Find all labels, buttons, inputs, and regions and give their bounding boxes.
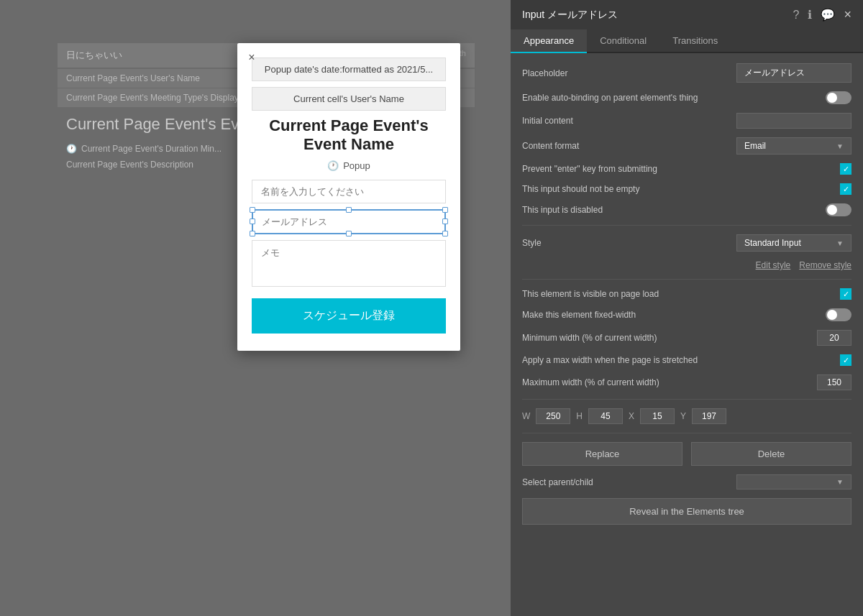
popup-email-input-container [252, 209, 446, 234]
divider-3 [522, 399, 851, 400]
apply-max-width-checkbox[interactable]: ✓ [840, 354, 851, 366]
clock-icon: 🕐 [66, 144, 77, 154]
prevent-enter-row: Prevent "enter" key from submitting ✓ [522, 163, 851, 175]
initial-content-label: Initial content [522, 116, 736, 126]
resize-handle-tc[interactable] [346, 207, 352, 213]
min-width-row: Minimum width (% of current width) 20 [522, 330, 851, 346]
y-input[interactable]: 197 [692, 408, 726, 424]
tab-transitions[interactable]: Transitions [659, 29, 731, 52]
auto-binding-label: Enable auto-binding on parent element's … [522, 93, 826, 103]
min-width-input[interactable]: 20 [817, 330, 851, 346]
visible-check: ✓ [843, 290, 849, 299]
popup-submit-button[interactable]: スケジュール登録 [252, 298, 446, 334]
not-empty-check: ✓ [843, 185, 849, 194]
initial-content-row: Initial content [522, 113, 851, 129]
style-row: Style Standard Input ▼ [522, 234, 851, 252]
y-label: Y [680, 411, 686, 421]
not-empty-checkbox[interactable]: ✓ [840, 183, 851, 195]
resize-handle-tl[interactable] [250, 207, 255, 213]
remove-style-link[interactable]: Remove style [799, 260, 851, 270]
auto-binding-toggle[interactable] [826, 91, 851, 104]
popup-modal: × Popup date's date:formatted as 2021/5.… [237, 43, 460, 351]
divider-2 [522, 279, 851, 280]
style-arrow: ▼ [836, 239, 844, 247]
popup-date-button[interactable]: Popup date's date:formatted as 2021/5... [252, 58, 446, 81]
replace-button[interactable]: Replace [522, 442, 682, 466]
style-label: Style [522, 238, 736, 248]
initial-content-value[interactable] [736, 113, 851, 129]
action-buttons: Replace Delete [522, 442, 851, 466]
fixed-width-row: Make this element fixed-width [522, 308, 851, 321]
apply-max-width-row: Apply a max width when the page is stret… [522, 354, 851, 366]
popup-name-input[interactable] [252, 180, 446, 203]
popup-event-title: Current Page Event's Event Name [252, 116, 446, 155]
resize-handle-tr[interactable] [442, 207, 448, 213]
popup-username-button[interactable]: Current cell's User's Name [252, 87, 446, 111]
dimensions-row: W 250 H 45 X 15 Y 197 [522, 408, 851, 424]
disabled-row: This input is disabled [522, 203, 851, 216]
popup-close-button[interactable]: × [243, 49, 260, 66]
content-format-arrow: ▼ [836, 142, 844, 150]
style-links-row: Edit style Remove style [522, 260, 851, 270]
tab-conditional[interactable]: Conditional [587, 29, 659, 52]
placeholder-row: Placeholder メールアドレス [522, 63, 851, 83]
resize-handle-br[interactable] [442, 231, 448, 236]
panel-close-icon[interactable]: × [844, 7, 851, 22]
apply-max-width-check: ✓ [843, 356, 849, 365]
parent-child-dropdown[interactable]: ▼ [736, 474, 851, 489]
min-width-label: Minimum width (% of current width) [522, 333, 817, 343]
visible-label: This element is visible on page load [522, 289, 840, 299]
fixed-width-toggle[interactable] [826, 308, 851, 321]
popup-memo-textarea[interactable] [252, 240, 446, 287]
disabled-toggle[interactable] [826, 203, 851, 216]
placeholder-value[interactable]: メールアドレス [736, 63, 851, 83]
info-icon[interactable]: ℹ [808, 8, 812, 22]
placeholder-label: Placeholder [522, 68, 736, 78]
w-label: W [522, 411, 530, 421]
prevent-enter-check: ✓ [843, 165, 849, 174]
panel-body: Placeholder メールアドレス Enable auto-binding … [511, 53, 863, 538]
parent-child-row: Select parent/child ▼ [522, 474, 851, 489]
right-panel: Input メールアドレス ? ℹ 💬 × Appearance Conditi… [511, 0, 863, 616]
chat-icon[interactable]: 💬 [821, 8, 835, 22]
delete-button[interactable]: Delete [691, 442, 851, 466]
parent-child-label: Select parent/child [522, 477, 736, 487]
visible-row: This element is visible on page load ✓ [522, 288, 851, 300]
tab-appearance[interactable]: Appearance [511, 29, 587, 53]
prevent-enter-checkbox[interactable]: ✓ [840, 163, 851, 175]
prevent-enter-label: Prevent "enter" key from submitting [522, 164, 840, 174]
popup-time-row: 🕐 Popup [252, 160, 446, 171]
content-format-row: Content format Email ▼ [522, 137, 851, 155]
x-label: X [629, 411, 634, 421]
visible-checkbox[interactable]: ✓ [840, 288, 851, 300]
max-width-label: Maximum width (% of current width) [522, 377, 817, 387]
parent-child-arrow: ▼ [836, 478, 844, 486]
resize-handle-bl[interactable] [250, 231, 255, 236]
divider-4 [522, 433, 851, 433]
reveal-button[interactable]: Reveal in the Elements tree [522, 498, 851, 525]
panel-header: Input メールアドレス ? ℹ 💬 × [511, 0, 863, 29]
not-empty-label: This input should not be empty [522, 184, 840, 194]
panel-icons: ? ℹ 💬 × [793, 7, 851, 22]
resize-handle-bc[interactable] [346, 231, 352, 236]
divider-1 [522, 225, 851, 226]
edit-style-link[interactable]: Edit style [756, 260, 791, 270]
popup-email-input[interactable] [253, 211, 444, 233]
disabled-label: This input is disabled [522, 205, 826, 215]
x-input[interactable]: 15 [640, 408, 675, 424]
auto-binding-row: Enable auto-binding on parent element's … [522, 91, 851, 104]
apply-max-width-label: Apply a max width when the page is stret… [522, 355, 840, 365]
style-dropdown[interactable]: Standard Input ▼ [736, 234, 851, 252]
help-icon[interactable]: ? [793, 9, 800, 22]
h-input[interactable]: 45 [588, 408, 623, 424]
w-input[interactable]: 250 [536, 408, 570, 424]
not-empty-row: This input should not be empty ✓ [522, 183, 851, 195]
resize-handle-ml[interactable] [250, 219, 255, 224]
fixed-width-label: Make this element fixed-width [522, 310, 826, 320]
max-width-input[interactable]: 150 [817, 374, 851, 390]
content-format-label: Content format [522, 141, 736, 151]
resize-handle-mr[interactable] [442, 219, 448, 224]
max-width-row: Maximum width (% of current width) 150 [522, 374, 851, 390]
content-format-dropdown[interactable]: Email ▼ [736, 137, 851, 155]
panel-title: Input メールアドレス [522, 9, 618, 22]
